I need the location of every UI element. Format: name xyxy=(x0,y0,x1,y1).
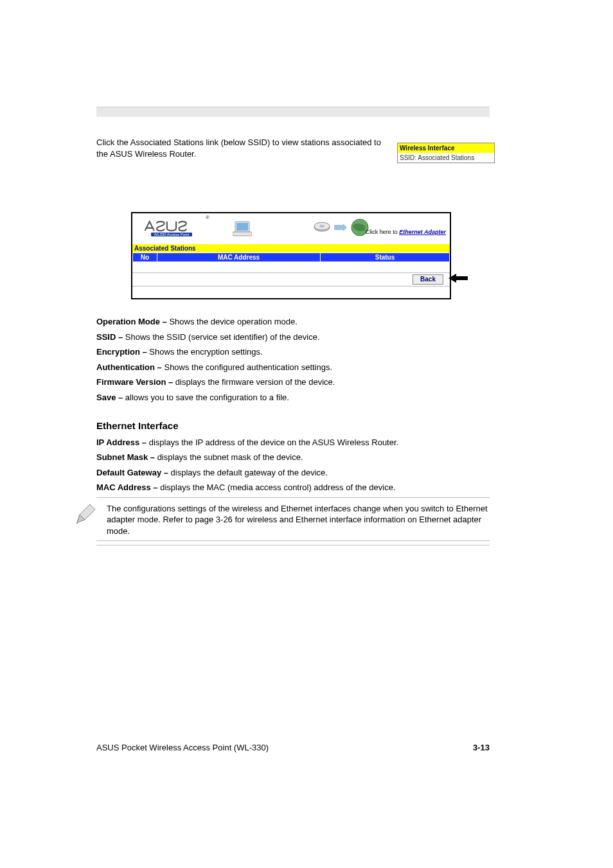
def-mac: MAC Address – displays the MAC (media ac… xyxy=(96,482,490,493)
associated-stations-screenshot: ® WL330 Access Point xyxy=(131,212,451,299)
ethernet-adapter-link[interactable]: Ethernet Adapter xyxy=(399,229,446,235)
hard-drive-icon xyxy=(314,221,330,234)
def-save: Save – allows you to save the configurat… xyxy=(96,392,490,403)
intro-block: Click the Associated Stations link (belo… xyxy=(96,128,386,168)
col-mac: MAC Address xyxy=(157,253,321,261)
asus-wordmark-icon xyxy=(143,220,200,233)
network-icons-group xyxy=(314,218,369,236)
document-page: Click the Associated Stations link (belo… xyxy=(0,0,613,868)
ethernet-interface-heading: Ethernet Interface xyxy=(96,420,490,432)
svg-point-5 xyxy=(319,225,324,227)
asus-product-tag: WL330 Access Point xyxy=(151,233,191,236)
adapter-prefix: Click here to xyxy=(366,229,400,235)
back-row: Back xyxy=(132,272,450,287)
pencil-icon xyxy=(73,503,96,529)
svg-rect-2 xyxy=(233,232,252,236)
def-operation-mode: Operation Mode – Shows the device operat… xyxy=(96,316,490,328)
back-button[interactable]: Back xyxy=(413,274,443,285)
reg-mark: ® xyxy=(206,215,209,220)
footer-page-number: 3-13 xyxy=(96,743,490,752)
ethernet-adapter-link-text: Click here to Ethernet Adapter xyxy=(366,229,446,235)
stations-table-header: No MAC Address Status xyxy=(132,252,450,262)
assoc-intro-text: Click the Associated Stations link (belo… xyxy=(96,137,386,159)
note-text: The configurations settings of the wirel… xyxy=(107,503,490,537)
screenshot-header: ® WL330 Access Point xyxy=(132,213,450,240)
def-ip: IP Address – displays the IP address of … xyxy=(96,437,490,448)
note-block: The configurations settings of the wirel… xyxy=(73,503,490,537)
laptop-icon xyxy=(233,220,252,237)
callout-arrow-icon xyxy=(449,272,468,287)
chapter-header-bar xyxy=(96,107,490,117)
svg-marker-9 xyxy=(449,274,468,283)
divider-top xyxy=(96,497,490,498)
def-authentication: Authentication – Shows the configured au… xyxy=(96,362,490,373)
svg-rect-6 xyxy=(334,225,343,230)
svg-rect-1 xyxy=(236,223,248,231)
stations-table-empty xyxy=(132,262,450,269)
arrow-right-small-icon xyxy=(334,222,347,233)
def-firmware: Firmware Version – displays the firmware… xyxy=(96,376,490,388)
nav-ssid-link[interactable]: SSID: Associated Stations xyxy=(398,153,494,163)
definitions-block: Operation Mode – Shows the device operat… xyxy=(96,312,490,549)
wireless-interface-nav: Wireless Interface SSID: Associated Stat… xyxy=(397,143,495,163)
def-encryption: Encryption – Shows the encryption settin… xyxy=(96,346,490,358)
nav-header: Wireless Interface xyxy=(398,143,494,153)
col-no: No xyxy=(133,253,157,261)
col-status: Status xyxy=(321,253,449,261)
svg-marker-7 xyxy=(343,224,347,231)
def-ssid: SSID – Shows the SSID (service set ident… xyxy=(96,332,490,343)
def-gateway: Default Gateway – displays the default g… xyxy=(96,467,490,479)
divider-bottom xyxy=(96,540,490,541)
asus-logo: ® WL330 Access Point xyxy=(136,217,207,239)
def-subnet: Subnet Mask – displays the subnet mask o… xyxy=(96,452,490,463)
divider-bottom-2 xyxy=(96,545,490,545)
associated-stations-title: Associated Stations xyxy=(132,244,450,252)
